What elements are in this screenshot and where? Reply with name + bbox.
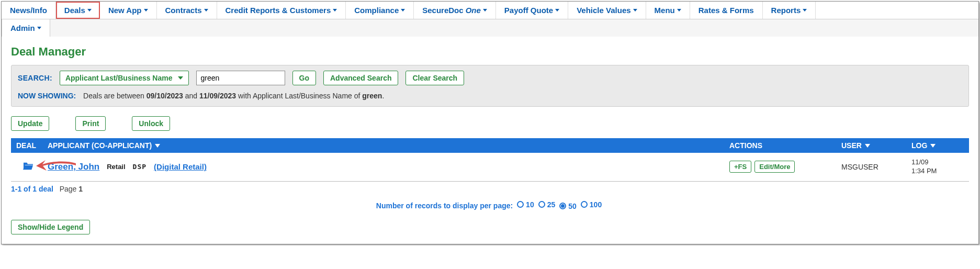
col-applicant[interactable]: APPLICANT (CO-APPLICANT)	[48, 141, 722, 150]
page-size-option-25[interactable]: 25	[538, 200, 556, 209]
chevron-down-icon	[401, 9, 405, 12]
nav-item-2[interactable]: New App	[100, 2, 157, 19]
row-user: MSGUSER	[841, 163, 904, 171]
page-size-selector: Number of records to display per page: 1…	[11, 200, 969, 210]
unlock-button[interactable]: Unlock	[132, 116, 170, 131]
chevron-down-icon	[677, 9, 681, 12]
deal-badge: DSP	[133, 163, 147, 171]
nav-item-6[interactable]: SecureDocOne	[414, 2, 496, 19]
clear-search-button[interactable]: Clear Search	[405, 71, 464, 85]
deal-channel-link[interactable]: (Digital Retail)	[154, 162, 207, 171]
sort-desc-icon	[155, 144, 160, 148]
nav-item-4[interactable]: Credit Reports & Customers	[217, 2, 346, 19]
nav-item-0[interactable]: News/Info	[2, 2, 56, 19]
print-button[interactable]: Print	[75, 116, 106, 131]
col-actions: ACTIONS	[729, 141, 834, 150]
page-size-option-100[interactable]: 100	[581, 200, 602, 209]
nav-item-1[interactable]: Deals	[56, 2, 100, 19]
page-size-option-50[interactable]: 50	[559, 202, 577, 210]
result-count: 1-1 of 1 deal Page 1	[11, 185, 969, 193]
chevron-down-icon	[204, 9, 208, 12]
top-nav-row2: Admin	[2, 19, 978, 37]
search-field-dropdown-label: Applicant Last/Business Name	[65, 74, 173, 82]
now-showing-label: NOW SHOWING:	[18, 92, 76, 100]
radio-icon	[581, 201, 588, 208]
nav-item-3[interactable]: Contracts	[157, 2, 217, 19]
radio-icon	[538, 201, 545, 208]
nav-item-5[interactable]: Compliance	[346, 2, 414, 19]
search-label: SEARCH:	[18, 74, 52, 82]
show-hide-legend-button[interactable]: Show/Hide Legend	[11, 220, 90, 234]
nav-item-8[interactable]: Vehicle Values	[568, 2, 646, 19]
search-panel: SEARCH: Applicant Last/Business Name Go …	[11, 65, 969, 107]
chevron-down-icon	[633, 9, 637, 12]
col-log[interactable]: LOG	[911, 141, 964, 150]
radio-icon	[517, 201, 524, 208]
table-row: Green, John Retail DSP (Digital Retail) …	[11, 153, 969, 182]
arrow-annotation-icon	[35, 158, 77, 173]
nav2-item-0[interactable]: Admin	[2, 19, 50, 37]
page-size-label: Number of records to display per page:	[376, 201, 513, 209]
page-size-option-10[interactable]: 10	[517, 200, 534, 209]
chevron-down-icon	[803, 9, 807, 12]
edit-more-button[interactable]: Edit/More	[754, 161, 795, 173]
fs-button[interactable]: +FS	[729, 161, 751, 173]
chevron-down-icon	[87, 9, 92, 12]
table-header: DEAL APPLICANT (CO-APPLICANT) ACTIONS US…	[11, 138, 969, 153]
top-nav: News/InfoDealsNew AppContractsCredit Rep…	[2, 2, 978, 19]
search-input[interactable]	[196, 71, 285, 85]
nav-item-9[interactable]: Menu	[646, 2, 690, 19]
now-showing: NOW SHOWING: Deals are between 09/10/202…	[18, 92, 962, 100]
chevron-down-icon	[144, 9, 148, 12]
nav-item-11[interactable]: Reports	[763, 2, 816, 19]
search-field-dropdown[interactable]: Applicant Last/Business Name	[60, 71, 189, 85]
chevron-down-icon	[333, 9, 337, 12]
chevron-down-icon	[483, 9, 487, 12]
radio-icon	[559, 203, 566, 209]
folder-open-icon[interactable]	[22, 161, 34, 172]
page-title: Deal Manager	[11, 45, 969, 59]
chevron-down-icon	[37, 27, 41, 29]
go-button[interactable]: Go	[292, 71, 316, 85]
col-deal[interactable]: DEAL	[16, 141, 40, 150]
nav-item-10[interactable]: Rates & Forms	[690, 2, 763, 19]
sort-desc-icon	[930, 144, 936, 148]
update-button[interactable]: Update	[11, 116, 49, 131]
col-user[interactable]: USER	[841, 141, 904, 150]
sort-desc-icon	[865, 144, 870, 148]
row-log: 11/09 1:34 PM	[911, 158, 964, 176]
advanced-search-button[interactable]: Advanced Search	[323, 71, 399, 85]
chevron-down-icon	[178, 76, 183, 80]
deal-type: Retail	[107, 163, 125, 171]
chevron-down-icon	[555, 9, 559, 12]
nav-item-7[interactable]: Payoff Quote	[496, 2, 568, 19]
